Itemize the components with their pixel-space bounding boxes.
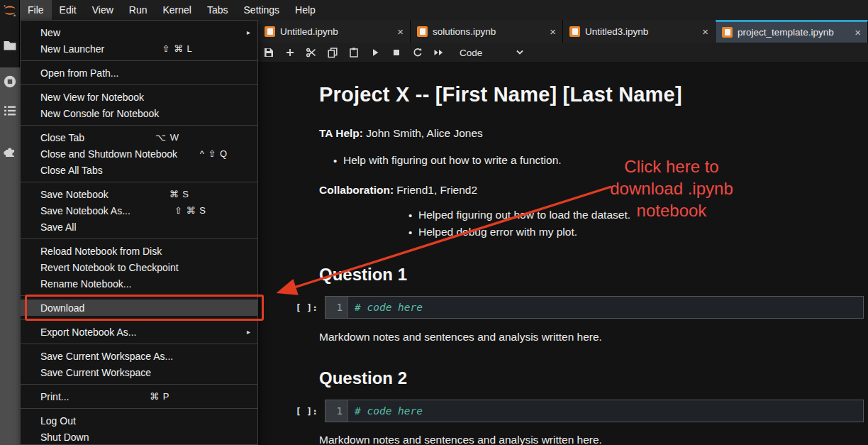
menubar-item[interactable]: Run bbox=[121, 0, 155, 20]
menu-bar: File Edit View Run Kernel Tabs Settings … bbox=[20, 0, 868, 20]
menu-item[interactable] bbox=[21, 408, 257, 409]
menu-item[interactable]: Download bbox=[21, 300, 257, 316]
menubar-item[interactable]: Help bbox=[287, 0, 323, 20]
annotation-line: Click here to bbox=[594, 155, 749, 177]
menu-item[interactable] bbox=[21, 84, 257, 85]
annotation-text: Click here to download .ipynb notebook bbox=[594, 155, 749, 221]
menu-item[interactable] bbox=[21, 60, 257, 61]
menu-item[interactable]: Log Out bbox=[21, 412, 257, 429]
menubar-item[interactable]: View bbox=[84, 0, 121, 20]
list-item-text: Helped debug error with my plot. bbox=[418, 226, 577, 238]
menu-item[interactable] bbox=[21, 295, 257, 296]
tab-close-icon[interactable]: × bbox=[397, 26, 404, 37]
notebook-file-icon bbox=[569, 26, 580, 37]
restart-kernel-icon[interactable] bbox=[407, 43, 428, 62]
menu-item[interactable] bbox=[21, 384, 257, 385]
menu-item[interactable]: Open from Path... bbox=[21, 65, 257, 81]
file-browser-icon[interactable] bbox=[0, 39, 20, 52]
code-cell-row-2: [ ]: 1 # code here bbox=[286, 399, 864, 423]
menu-item[interactable] bbox=[21, 182, 257, 182]
save-icon[interactable] bbox=[258, 43, 279, 62]
tab-close-icon[interactable]: × bbox=[702, 26, 708, 37]
line-number: 1 bbox=[326, 400, 348, 422]
menu-item[interactable]: New Launcher ⇧ ⌘ L bbox=[21, 40, 257, 57]
menu-item[interactable]: Close Tab ⌥ W bbox=[21, 129, 257, 145]
menu-item[interactable]: Export Notebook As... ▸ bbox=[21, 324, 257, 340]
menu-item[interactable] bbox=[21, 344, 257, 344]
menu-item[interactable]: New ▸ bbox=[21, 24, 257, 40]
menu-item-label: Revert Notebook to Checkpoint bbox=[40, 262, 179, 273]
menu-item-label: New Launcher bbox=[40, 43, 104, 55]
menubar-item[interactable]: File bbox=[20, 0, 52, 20]
menu-item[interactable]: Reload Notebook from Disk bbox=[21, 243, 257, 259]
menu-item[interactable]: Revert Notebook to Checkpoint bbox=[21, 259, 257, 275]
menu-item[interactable]: Close All Tabs bbox=[21, 162, 257, 178]
menubar-item[interactable]: Edit bbox=[52, 0, 84, 20]
notebook-panel: Project X -- [First Name] [Last Name] TA… bbox=[258, 63, 868, 445]
tab-label: project_template.ipynb bbox=[738, 27, 834, 38]
menu-item[interactable] bbox=[21, 238, 257, 239]
menu-item-shortcut: ⇧ ⌘ L bbox=[162, 43, 192, 54]
cell-type-dropdown[interactable]: Code bbox=[460, 48, 482, 58]
menubar-item-label: Run bbox=[129, 4, 148, 16]
table-of-contents-icon[interactable] bbox=[0, 105, 20, 116]
ta-help-names: John Smith, Alice Jones bbox=[363, 127, 483, 139]
menu-item[interactable]: Save Notebook ⌘ S bbox=[21, 186, 257, 202]
ta-bullet-list: • Help with figuring out how to write a … bbox=[258, 152, 868, 169]
notebook-tab[interactable]: Untitled3.ipynb × bbox=[563, 20, 716, 43]
menu-item[interactable]: Save Current Workspace As... bbox=[21, 348, 257, 364]
menu-item[interactable]: Save Current Workspace bbox=[21, 364, 257, 380]
menu-item-label: Close All Tabs bbox=[40, 165, 103, 176]
notebook-tab[interactable]: project_template.ipynb × bbox=[716, 20, 868, 43]
menu-item[interactable]: Print... ⌘ P bbox=[21, 388, 257, 405]
code-cell-editor[interactable]: 1 # code here bbox=[325, 296, 864, 319]
menu-item[interactable] bbox=[21, 125, 257, 126]
line-number: 1 bbox=[326, 297, 348, 318]
menu-item-shortcut: ^ ⇧ Q bbox=[200, 148, 228, 159]
stop-kernel-icon[interactable] bbox=[386, 43, 407, 62]
question-2-heading: Question 2 bbox=[319, 368, 407, 388]
running-kernels-icon[interactable] bbox=[0, 75, 20, 89]
copy-cell-icon[interactable] bbox=[322, 43, 343, 62]
run-cell-icon[interactable] bbox=[365, 43, 386, 62]
menu-item-label: Log Out bbox=[40, 415, 76, 427]
menu-item[interactable]: Shut Down bbox=[21, 429, 257, 445]
notebook-title-heading: Project X -- [First Name] [Last Name] bbox=[319, 83, 682, 106]
add-cell-icon[interactable] bbox=[279, 43, 301, 62]
notebook-tab[interactable]: solutions.ipynb × bbox=[411, 20, 563, 43]
menu-item[interactable]: Save All bbox=[21, 219, 257, 235]
tab-label: Untitled.ipynb bbox=[280, 26, 338, 37]
menu-item[interactable]: Save Notebook As... ⇧ ⌘ S bbox=[21, 202, 257, 219]
menu-item-label: Close Tab bbox=[40, 132, 84, 143]
code-cell-editor[interactable]: 1 # code here bbox=[325, 400, 864, 422]
menu-item[interactable]: New Console for Notebook bbox=[21, 105, 257, 121]
markdown-note-1: Markdown notes and sentences and analysi… bbox=[319, 331, 602, 344]
notebook-toolbar: Code bbox=[258, 43, 868, 63]
restart-run-all-icon[interactable] bbox=[428, 43, 450, 62]
menu-item[interactable]: Close and Shutdown Notebook ^ ⇧ Q bbox=[21, 145, 257, 162]
menu-item-shortcut: ⌘ S bbox=[169, 189, 189, 199]
menu-item-label: New View for Notebook bbox=[40, 92, 144, 103]
menubar-item[interactable]: Kernel bbox=[155, 0, 199, 20]
menubar-item-label: Tabs bbox=[207, 4, 228, 16]
menubar-item[interactable]: Tabs bbox=[199, 0, 236, 20]
menubar-item[interactable]: Settings bbox=[236, 0, 288, 20]
paste-cell-icon[interactable] bbox=[343, 43, 365, 62]
tab-close-icon[interactable]: × bbox=[550, 26, 556, 37]
menu-item[interactable]: New View for Notebook bbox=[21, 89, 257, 105]
menu-item-label: Save Current Workspace As... bbox=[40, 351, 173, 362]
menubar-item-label: Edit bbox=[60, 4, 77, 16]
menu-item-label: Export Notebook As... bbox=[40, 326, 136, 338]
tab-close-icon[interactable]: × bbox=[855, 27, 861, 38]
collaboration-names: Friend1, Friend2 bbox=[394, 184, 477, 196]
tab-label: solutions.ipynb bbox=[433, 26, 496, 37]
bullet-icon: • bbox=[333, 155, 343, 167]
tab-label: Untitled3.ipynb bbox=[585, 26, 648, 37]
menu-item[interactable] bbox=[21, 319, 257, 320]
extensions-puzzle-icon[interactable] bbox=[0, 144, 20, 158]
document-tab-bar: Untitled.ipynb × solutions.ipynb × Untit… bbox=[258, 20, 868, 43]
chevron-down-icon[interactable] bbox=[515, 49, 525, 56]
notebook-tab[interactable]: Untitled.ipynb × bbox=[258, 20, 411, 43]
menu-item[interactable]: Rename Notebook... bbox=[21, 275, 257, 292]
cut-cell-icon[interactable] bbox=[301, 43, 322, 62]
